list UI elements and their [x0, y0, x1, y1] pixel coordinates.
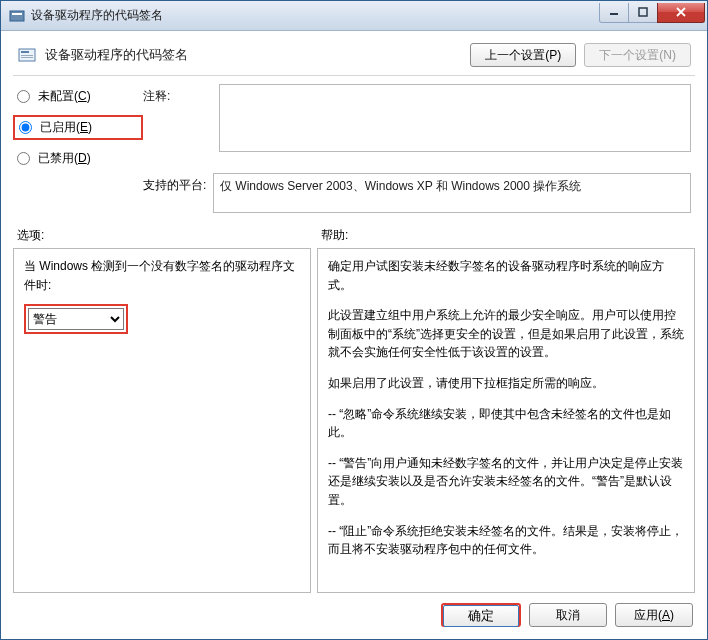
section-labels: 选项: 帮助: — [1, 217, 707, 248]
comment-label: 注释: — [143, 84, 213, 105]
help-section-label: 帮助: — [321, 227, 348, 244]
dialog-window: 设备驱动程序的代码签名 设备驱动程序的代码签名 上一个设置(P) 下一个设置(N… — [0, 0, 708, 640]
svg-rect-5 — [21, 51, 29, 53]
radio-enabled[interactable]: 已启用(E) — [19, 119, 137, 136]
ok-button-highlight: 确定 — [441, 603, 521, 627]
comment-input[interactable] — [219, 84, 691, 152]
dropdown-highlight: 警告 — [24, 304, 128, 334]
svg-rect-0 — [10, 11, 24, 21]
next-setting-button[interactable]: 下一个设置(N) — [584, 43, 691, 67]
policy-icon — [17, 45, 37, 65]
options-section-label: 选项: — [17, 227, 321, 244]
close-button[interactable] — [657, 3, 705, 23]
platform-value: 仅 Windows Server 2003、Windows XP 和 Windo… — [213, 173, 691, 213]
ok-button[interactable]: 确定 — [443, 605, 519, 627]
app-icon — [9, 8, 25, 24]
panels: 当 Windows 检测到一个没有数字签名的驱动程序文件时: 警告 确定用户试图… — [1, 248, 707, 593]
titlebar: 设备驱动程序的代码签名 — [1, 1, 707, 31]
prev-setting-button[interactable]: 上一个设置(P) — [470, 43, 576, 67]
window-controls — [600, 3, 705, 23]
help-paragraph: -- “忽略”命令系统继续安装，即使其中包含未经签名的文件也是如此。 — [328, 405, 684, 442]
radio-disabled[interactable]: 已禁用(D) — [17, 150, 137, 167]
minimize-button[interactable] — [599, 3, 629, 23]
options-panel: 当 Windows 检测到一个没有数字签名的驱动程序文件时: 警告 — [13, 248, 311, 593]
enabled-highlight: 已启用(E) — [13, 115, 143, 140]
svg-rect-6 — [21, 55, 33, 56]
help-paragraph: 确定用户试图安装未经数字签名的设备驱动程序时系统的响应方式。 — [328, 257, 684, 294]
radio-disabled-input[interactable] — [17, 152, 30, 165]
options-prompt: 当 Windows 检测到一个没有数字签名的驱动程序文件时: — [24, 257, 300, 294]
help-paragraph: 此设置建立组中用户系统上允许的最少安全响应。用户可以使用控制面板中的“系统”选择… — [328, 306, 684, 362]
state-radio-group: 未配置(C) 已启用(E) 已禁用(D) — [17, 84, 137, 167]
footer: 确定 取消 应用(A) — [1, 593, 707, 639]
svg-rect-1 — [12, 13, 22, 15]
window-title: 设备驱动程序的代码签名 — [31, 7, 163, 24]
cancel-button[interactable]: 取消 — [529, 603, 607, 627]
help-paragraph: -- “阻止”命令系统拒绝安装未经签名的文件。结果是，安装将停止，而且将不安装驱… — [328, 522, 684, 559]
page-title: 设备驱动程序的代码签名 — [45, 46, 462, 64]
config-area: 未配置(C) 已启用(E) 已禁用(D) 注释: 支持的平台: 仅 Window… — [1, 76, 707, 217]
behavior-dropdown[interactable]: 警告 — [28, 308, 124, 330]
maximize-button[interactable] — [628, 3, 658, 23]
radio-enabled-input[interactable] — [19, 121, 32, 134]
apply-button[interactable]: 应用(A) — [615, 603, 693, 627]
platform-label: 支持的平台: — [143, 173, 213, 194]
help-panel[interactable]: 确定用户试图安装未经数字签名的设备驱动程序时系统的响应方式。 此设置建立组中用户… — [317, 248, 695, 593]
header: 设备驱动程序的代码签名 上一个设置(P) 下一个设置(N) — [1, 31, 707, 75]
radio-not-configured[interactable]: 未配置(C) — [17, 88, 137, 105]
help-paragraph: -- “警告”向用户通知未经数字签名的文件，并让用户决定是停止安装还是继续安装以… — [328, 454, 684, 510]
svg-rect-3 — [639, 8, 647, 16]
help-paragraph: 如果启用了此设置，请使用下拉框指定所需的响应。 — [328, 374, 684, 393]
svg-rect-2 — [610, 13, 618, 15]
svg-rect-7 — [21, 57, 33, 58]
radio-not-configured-input[interactable] — [17, 90, 30, 103]
